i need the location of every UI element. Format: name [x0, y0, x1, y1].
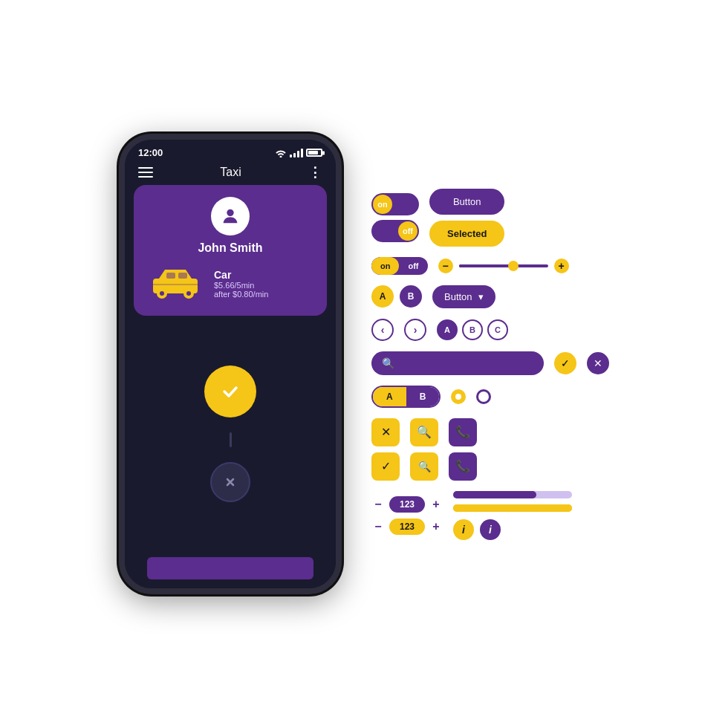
profile-card: John Smith — [134, 185, 327, 316]
tab-b[interactable]: B — [406, 387, 440, 406]
nav-title: Taxi — [220, 166, 241, 179]
slider-fill — [459, 264, 513, 267]
toggle-on-switch[interactable]: on — [371, 193, 419, 215]
icon-btn-col-1: ✕ ✓ — [371, 418, 400, 481]
tab-group-ab[interactable]: A B — [371, 386, 441, 408]
wifi-icon — [275, 149, 287, 157]
search-icon: 🔍 — [382, 357, 394, 369]
button-group: Button Selected — [429, 189, 504, 247]
progress-bar-1 — [453, 491, 572, 498]
arrow-right-button[interactable]: › — [404, 319, 426, 341]
car-section: Car $5.66/5min after $0.80/min — [146, 264, 315, 304]
svg-point-5 — [186, 291, 191, 296]
button-selected[interactable]: Selected — [429, 221, 504, 247]
car-icon — [146, 264, 205, 301]
search-input[interactable] — [400, 357, 533, 368]
ui-components-panel: on off Button Selected on off — [371, 189, 609, 540]
row-steppers-progress: − 123 + − 123 + i — [371, 491, 609, 540]
confirm-button[interactable] — [204, 365, 256, 417]
row-icon-buttons: ✕ ✓ 🔍 🔍 📞 📞 — [371, 418, 609, 481]
radio-dot-filled[interactable] — [451, 389, 466, 404]
radio-group-ab: A B — [371, 285, 422, 308]
dropdown-button[interactable]: Button ▾ — [432, 285, 495, 308]
avatar — [211, 197, 250, 235]
user-name: John Smith — [198, 241, 262, 255]
pill-off: off — [399, 257, 427, 275]
pill-c[interactable]: C — [487, 319, 508, 340]
progress-bar-2 — [453, 504, 572, 512]
toggle-on-label: on — [377, 200, 387, 209]
icon-btn-col-2: 🔍 🔍 — [410, 418, 438, 481]
close-icon-button-yellow[interactable]: ✕ — [371, 418, 400, 446]
search-icon-button-yellow-1[interactable]: 🔍 — [410, 418, 438, 446]
hamburger-menu[interactable] — [138, 167, 153, 178]
check-icon — [218, 380, 242, 403]
pill-b[interactable]: B — [462, 319, 483, 340]
stepper-purple: − 123 + — [371, 496, 443, 513]
close-button[interactable]: ✕ — [587, 352, 609, 374]
x-icon — [223, 475, 238, 490]
cancel-button[interactable] — [210, 462, 250, 502]
tab-a[interactable]: A — [373, 387, 406, 406]
check-icon-button-yellow[interactable]: ✓ — [371, 452, 400, 481]
toggle-group: on off — [371, 193, 419, 242]
status-time: 12:00 — [138, 147, 163, 158]
search-icon-button-yellow-2[interactable]: 🔍 — [410, 452, 438, 481]
phone-icon-button-purple-2[interactable]: 📞 — [449, 452, 477, 481]
slider-plus-button[interactable]: + — [554, 259, 569, 273]
slider-knob[interactable] — [508, 261, 519, 271]
signal-bar-4 — [301, 149, 303, 157]
phone-content — [125, 316, 336, 551]
signal-bar-3 — [297, 151, 299, 157]
search-bar[interactable]: 🔍 — [371, 351, 544, 375]
arrow-left-button[interactable]: ‹ — [371, 319, 394, 341]
svg-rect-6 — [166, 273, 175, 279]
info-btn-group: i i — [453, 519, 572, 540]
stepper-plus-2[interactable]: + — [429, 520, 443, 533]
stepper-minus-1[interactable]: − — [371, 498, 385, 511]
slider-minus-button[interactable]: − — [438, 259, 453, 273]
svg-point-3 — [160, 291, 164, 296]
battery-icon — [306, 149, 322, 157]
row-radio-dropdown: A B Button ▾ — [371, 285, 609, 308]
on-off-pill[interactable]: on off — [371, 257, 428, 275]
info-button-purple[interactable]: i — [480, 519, 501, 540]
phone-inner: 12:00 — [125, 140, 336, 588]
row-pill-slider: on off − + — [371, 257, 609, 275]
nav-bar: Taxi ⋮ — [125, 161, 336, 185]
stepper-value-2[interactable]: 123 — [389, 519, 425, 535]
slider-row: − + — [438, 259, 569, 273]
car-icon-wrap — [146, 264, 205, 304]
signal-bar-1 — [290, 155, 292, 157]
svg-rect-7 — [178, 273, 187, 279]
row-toggle-buttons: on off Button Selected — [371, 189, 609, 247]
phone-icon-button-purple-1[interactable]: 📞 — [449, 418, 477, 446]
more-options-button[interactable]: ⋮ — [308, 166, 322, 179]
status-icons — [275, 149, 322, 157]
car-title: Car — [214, 269, 268, 281]
button-default[interactable]: Button — [429, 189, 504, 215]
signal-bar-2 — [293, 153, 296, 157]
pill-on: on — [371, 257, 399, 275]
stepper-minus-2[interactable]: − — [371, 520, 385, 533]
radio-b[interactable]: B — [400, 285, 422, 308]
slider-track[interactable] — [459, 264, 548, 267]
stepper-group: − 123 + − 123 + — [371, 496, 443, 535]
toggle-knob-off: off — [398, 221, 417, 241]
progress-fill-1 — [453, 491, 536, 498]
stepper-value-1[interactable]: 123 — [389, 496, 425, 513]
hamburger-line-2 — [138, 172, 153, 173]
toggle-off-switch[interactable]: off — [371, 220, 419, 242]
pill-a[interactable]: A — [437, 319, 458, 340]
info-button-yellow[interactable]: i — [453, 519, 474, 540]
icon-btn-col-3: 📞 📞 — [449, 418, 477, 481]
chevron-down-icon: ▾ — [478, 291, 484, 302]
radio-a[interactable]: A — [371, 285, 394, 308]
battery-fill — [308, 151, 318, 155]
check-button[interactable]: ✓ — [554, 352, 576, 374]
phone-bottom-bar — [147, 557, 313, 579]
radio-dot-empty[interactable] — [476, 389, 491, 404]
radio-dot-inner — [455, 394, 461, 400]
stepper-plus-1[interactable]: + — [429, 498, 443, 511]
stepper-yellow: − 123 + — [371, 519, 443, 535]
